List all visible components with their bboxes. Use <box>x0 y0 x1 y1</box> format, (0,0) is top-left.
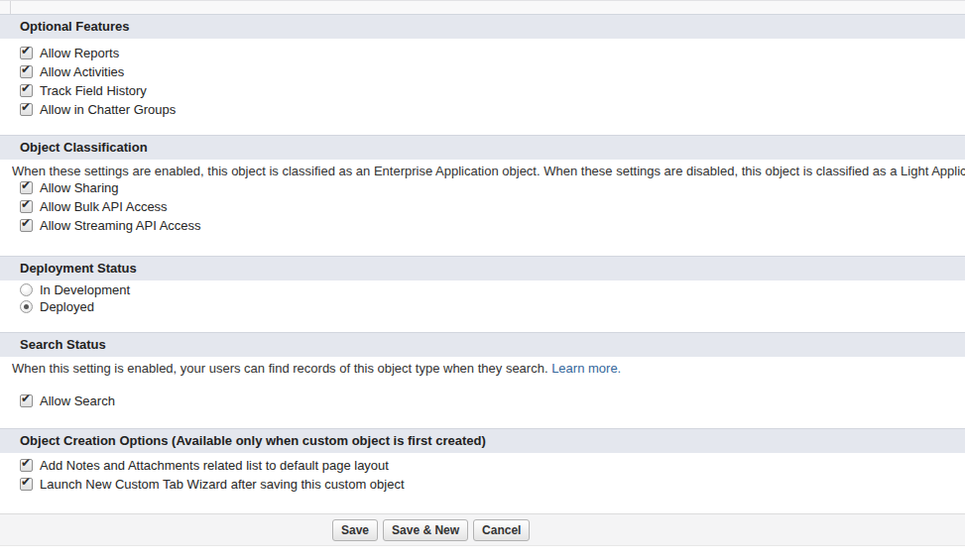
top-strip <box>0 0 965 14</box>
row-in-development: In Development <box>20 281 130 297</box>
section-header-object-creation-options: Object Creation Options (Available only … <box>0 428 965 453</box>
check-icon: ✔ <box>21 197 31 211</box>
section-header-object-classification: Object Classification <box>0 135 965 160</box>
checkbox-allow-in-chatter-groups[interactable]: ✔ <box>20 103 33 116</box>
radio-label: Deployed <box>40 299 94 314</box>
radio-label: In Development <box>40 282 130 297</box>
checkbox-label: Launch New Custom Tab Wizard after savin… <box>40 477 405 492</box>
learn-more-link[interactable]: Learn more. <box>551 361 621 376</box>
checkbox-label: Allow in Chatter Groups <box>40 102 176 117</box>
row-allow-streaming-api-access: ✔ Allow Streaming API Access <box>20 217 201 233</box>
check-icon: ✔ <box>21 44 31 57</box>
object-settings-page: { "icons": { "check": "✔" }, "colors": {… <box>0 0 965 560</box>
checkbox-allow-reports[interactable]: ✔ <box>20 47 33 59</box>
search-status-description-text: When this setting is enabled, your users… <box>12 361 548 376</box>
row-track-field-history: ✔ Track Field History <box>20 82 147 98</box>
checkbox-label: Allow Reports <box>40 46 119 60</box>
check-icon: ✔ <box>21 178 31 192</box>
section-header-search-status: Search Status <box>0 332 965 357</box>
save-button[interactable]: Save <box>332 519 378 541</box>
row-allow-activities: ✔ Allow Activities <box>20 63 124 79</box>
checkbox-allow-bulk-api-access[interactable]: ✔ <box>20 200 33 213</box>
radio-in-development[interactable] <box>20 283 33 296</box>
checkbox-label: Allow Sharing <box>40 180 119 195</box>
checkbox-allow-activities[interactable]: ✔ <box>20 65 33 78</box>
row-allow-sharing: ✔ Allow Sharing <box>20 179 119 195</box>
check-icon: ✔ <box>21 392 31 405</box>
row-allow-bulk-api-access: ✔ Allow Bulk API Access <box>20 198 168 214</box>
checkbox-allow-streaming-api-access[interactable]: ✔ <box>20 219 33 232</box>
checkbox-allow-sharing[interactable]: ✔ <box>20 181 33 194</box>
cancel-button[interactable]: Cancel <box>473 519 530 541</box>
checkbox-allow-search[interactable]: ✔ <box>20 394 33 407</box>
row-add-notes-attachments: ✔ Add Notes and Attachments related list… <box>20 457 389 473</box>
checkbox-add-notes-attachments[interactable]: ✔ <box>20 459 33 472</box>
check-icon: ✔ <box>21 216 31 230</box>
checkbox-track-field-history[interactable]: ✔ <box>20 84 33 97</box>
check-icon: ✔ <box>21 81 31 95</box>
object-classification-description: When these settings are enabled, this ob… <box>12 164 965 178</box>
divider <box>10 1 11 15</box>
row-launch-new-custom-tab-wizard: ✔ Launch New Custom Tab Wizard after sav… <box>20 476 405 492</box>
checkbox-label: Allow Activities <box>40 64 124 79</box>
check-icon: ✔ <box>21 100 31 114</box>
checkbox-label: Allow Search <box>40 393 115 408</box>
checkbox-label: Track Field History <box>40 83 147 98</box>
checkbox-label: Add Notes and Attachments related list t… <box>40 458 389 473</box>
section-header-deployment-status: Deployment Status <box>0 256 965 280</box>
check-icon: ✔ <box>21 475 31 489</box>
checkbox-launch-tab-wizard[interactable]: ✔ <box>20 478 33 491</box>
check-icon: ✔ <box>21 62 31 76</box>
row-allow-reports: ✔ Allow Reports <box>20 45 119 60</box>
save-and-new-button[interactable]: Save & New <box>383 519 468 541</box>
row-deployed: Deployed <box>20 298 94 314</box>
check-icon: ✔ <box>21 456 31 470</box>
search-status-description: When this setting is enabled, your users… <box>12 361 965 376</box>
row-allow-search: ✔ Allow Search <box>20 392 115 408</box>
row-allow-in-chatter-groups: ✔ Allow in Chatter Groups <box>20 101 176 117</box>
checkbox-label: Allow Streaming API Access <box>40 218 201 233</box>
checkbox-label: Allow Bulk API Access <box>40 199 168 214</box>
radio-deployed[interactable] <box>20 300 33 313</box>
button-row: Save Save & New Cancel <box>332 519 530 541</box>
section-header-optional-features: Optional Features <box>0 14 965 39</box>
